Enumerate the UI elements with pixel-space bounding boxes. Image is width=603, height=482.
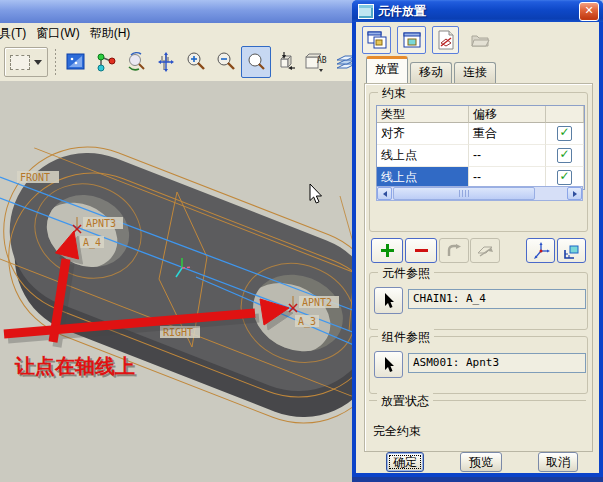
tab-place[interactable]: 放置 [366, 56, 408, 83]
svg-text:让点在轴线上: 让点在轴线上 [14, 354, 135, 378]
dialog-titlebar[interactable]: 元件放置 [352, 0, 603, 22]
menu-window[interactable]: 窗口(W) [34, 23, 87, 44]
selection-box-icon [10, 55, 30, 70]
place-tab-panel: 约束 类型 偏移 对齐 重合 线上点 -- 线上点 -- [364, 83, 593, 452]
open-folder-icon [470, 31, 490, 49]
model-structure-icon [95, 51, 117, 73]
flip-plane-icon [476, 244, 494, 258]
constraints-table[interactable]: 类型 偏移 对齐 重合 线上点 -- 线上点 -- [376, 105, 585, 190]
apnt3-label: APNT3 [86, 218, 116, 229]
fix-location-icon [563, 242, 581, 260]
datum-display-button[interactable] [61, 46, 91, 78]
datum-toggle-button[interactable] [432, 26, 459, 54]
status-group: 放置状态 完全约束 [369, 400, 586, 447]
zoom-out-button[interactable] [211, 46, 241, 78]
dialog-toolbar [362, 26, 494, 54]
fix-location-button[interactable] [557, 238, 586, 263]
tab-move[interactable]: 移动 [410, 62, 452, 83]
component-placement-dialog: 元件放置 [352, 0, 603, 477]
scroll-left-button[interactable] [377, 187, 392, 200]
assembly-ref-pick-button[interactable] [374, 351, 403, 378]
model-structure-button[interactable] [91, 46, 121, 78]
separate-window-button[interactable] [362, 26, 391, 54]
assembly-ref-title: 组件参照 [378, 329, 434, 346]
scrollbar-thumb[interactable] [393, 187, 535, 200]
table-row-0-type[interactable]: 对齐 [377, 123, 469, 145]
dialog-tabs: 放置 移动 连接 [366, 61, 498, 83]
component-ref-title: 元件参照 [378, 265, 434, 282]
a4-axis-label: A_4 [83, 237, 101, 249]
minus-icon [415, 249, 428, 252]
component-ref-field[interactable]: CHAIN1: A_4 [408, 289, 586, 309]
selection-filter-dropdown[interactable] [4, 47, 48, 77]
status-group-title: 放置状态 [377, 393, 433, 410]
zoom-fit-icon [245, 51, 267, 73]
dialog-title: 元件放置 [378, 3, 579, 20]
toolbar-separator [54, 49, 57, 75]
placement-status-text: 完全约束 [373, 423, 421, 440]
tab-connect[interactable]: 连接 [454, 62, 496, 83]
orbit-zoom-icon [125, 51, 147, 73]
named-views-button[interactable]: AB [301, 46, 331, 78]
column-header-type: 类型 [377, 106, 469, 123]
cursor-arrow-icon [382, 293, 396, 309]
cursor-arrow-icon [382, 357, 396, 373]
cancel-button[interactable]: 取消 [538, 452, 578, 472]
mouse-cursor-icon [310, 184, 322, 203]
front-datum-tag: FRONT [20, 172, 50, 183]
close-button[interactable] [579, 2, 599, 21]
component-ref-pick-button[interactable] [374, 287, 403, 314]
table-row-0-enabled [546, 123, 584, 145]
reorient-button[interactable] [271, 46, 301, 78]
assembly-window-button[interactable] [397, 26, 426, 54]
pan-hand-icon [155, 51, 177, 73]
annotation-text: 让点在轴线上 让点在轴线上 [14, 354, 137, 380]
table-row-1-offset[interactable]: -- [469, 145, 546, 167]
reorient-icon [275, 51, 297, 73]
dialog-window-icon [358, 4, 374, 19]
flip-constraint-button [470, 238, 500, 263]
svg-text:AB: AB [317, 56, 327, 65]
apnt2-label: APNT2 [302, 297, 332, 308]
checkbox-checked-icon[interactable] [557, 170, 572, 185]
zoom-out-icon [215, 51, 237, 73]
a3-axis-label: A_3 [298, 316, 316, 328]
orbit-zoom-button[interactable] [121, 46, 151, 78]
ok-button[interactable]: 确定 [386, 452, 424, 472]
arrow-left-icon [383, 191, 387, 197]
scroll-right-button[interactable] [567, 187, 582, 200]
checkbox-checked-icon[interactable] [557, 126, 572, 141]
table-row-1-type[interactable]: 线上点 [377, 145, 469, 167]
zoom-in-icon [185, 51, 207, 73]
undo-arrow-icon [446, 244, 462, 258]
menu-help[interactable]: 帮助(H) [88, 23, 139, 44]
datum-display-icon [65, 51, 87, 73]
preview-button[interactable]: 预览 [460, 452, 502, 472]
assembly-ref-group: 组件参照 ASM001: Apnt3 [369, 336, 588, 394]
checkbox-checked-icon[interactable] [557, 148, 572, 163]
constraints-group-title: 约束 [378, 85, 410, 102]
separate-window-icon [367, 31, 387, 49]
column-header-enabled [546, 106, 584, 123]
dialog-body: 放置 移动 连接 约束 类型 偏移 对齐 重合 线上点 [356, 22, 599, 473]
arrow-right-icon [573, 191, 577, 197]
table-hscrollbar[interactable] [376, 186, 583, 201]
zoom-in-button[interactable] [181, 46, 211, 78]
remove-constraint-button[interactable] [405, 238, 437, 263]
table-row-1-enabled [546, 145, 584, 167]
assembly-window-icon [402, 31, 422, 49]
table-row-0-offset[interactable]: 重合 [469, 123, 546, 145]
chevron-down-icon [34, 60, 42, 65]
datum-toggle-icon [437, 30, 455, 50]
named-views-icon: AB [304, 51, 328, 73]
zoom-fit-button[interactable] [241, 46, 271, 78]
constraints-group: 约束 类型 偏移 对齐 重合 线上点 -- 线上点 -- [369, 92, 588, 232]
add-constraint-button[interactable] [371, 238, 403, 263]
assembly-ref-field[interactable]: ASM001: Apnt3 [408, 353, 586, 373]
undo-constraint-button [439, 238, 469, 263]
pan-hand-button[interactable] [151, 46, 181, 78]
menu-tools[interactable]: 具(T) [0, 23, 34, 44]
component-ref-group: 元件参照 CHAIN1: A_4 [369, 272, 588, 330]
open-folder-button [465, 26, 494, 54]
move-component-button[interactable] [526, 238, 555, 263]
